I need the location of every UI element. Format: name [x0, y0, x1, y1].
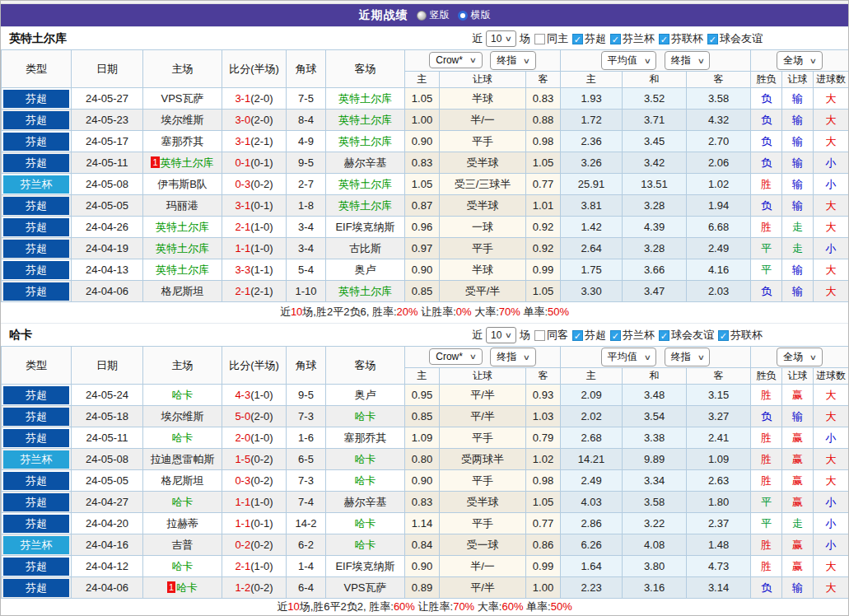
score-cell: 3-1(2-1) [222, 131, 287, 152]
checkbox-checked-icon[interactable]: ✓ [659, 34, 669, 44]
score-cell: 1-1(1-0) [222, 238, 287, 259]
league-badge: 芬超 [3, 197, 69, 215]
checkbox-checked-icon[interactable]: ✓ [610, 330, 621, 341]
home-odds-cell: 0.95 [405, 385, 440, 406]
league-filter-1[interactable]: ✓芬兰杯 [610, 31, 655, 46]
away-team-cell: 哈卡 [326, 449, 405, 470]
same-venue-filter[interactable]: 同客 [534, 328, 568, 343]
league-filter-0[interactable]: ✓芬超 [572, 31, 606, 46]
avg-home-cell: 2.23 [561, 577, 623, 599]
handicap-result-cell: 走 [782, 238, 814, 259]
checkbox-unchecked-icon[interactable] [534, 330, 545, 341]
home-odds-cell: 0.90 [405, 131, 440, 152]
bookmaker-select[interactable]: Crow* ∨ [429, 348, 482, 365]
handicap-cell: 平手 [440, 470, 526, 492]
fulltime-select[interactable]: 全场 ∨ [777, 348, 823, 366]
league-cell: 芬超 [2, 492, 72, 513]
league-cell: 芬超 [2, 556, 72, 577]
goals-result-cell: 大 [814, 88, 849, 110]
radio-horizontal-label: 横版 [471, 8, 491, 22]
bookmaker-ref-select[interactable]: 终指 ∨ [490, 51, 536, 70]
home-team-cell: 1英特土尔库 [143, 152, 222, 174]
home-odds-cell: 0.87 [405, 195, 440, 217]
score-cell: 4-3(1-0) [222, 385, 287, 406]
league-badge: 芬超 [3, 218, 69, 236]
same-venue-filter[interactable]: 同主 [534, 31, 568, 46]
goals-result-cell: 大 [814, 281, 849, 302]
score-cell: 2-1(1-0) [222, 556, 287, 577]
away-team-cell: EIF埃克纳斯 [326, 217, 405, 238]
fulltime-select[interactable]: 全场 ∨ [777, 51, 823, 70]
corner-cell: 6-2 [287, 534, 326, 556]
away-odds-cell: 1.05 [526, 492, 561, 513]
league-badge: 芬超 [3, 579, 69, 597]
corner-cell: 4-9 [287, 131, 326, 152]
chevron-down-icon: ∨ [643, 353, 651, 362]
away-odds-cell: 0.98 [526, 470, 561, 492]
same-venue-label: 同客 [547, 328, 568, 343]
date-cell: 24-05-17 [72, 131, 143, 152]
away-odds-cell: 0.99 [526, 556, 561, 577]
league-filter-2[interactable]: ✓芬联杯 [659, 31, 703, 46]
average-ref-select[interactable]: 终指 ∨ [665, 51, 711, 70]
away-team-cell: 哈卡 [326, 513, 405, 534]
league-cell: 芬超 [2, 406, 72, 427]
avg-draw-cell: 3.28 [623, 195, 687, 217]
away-odds-cell: 1.05 [526, 152, 561, 174]
avg-draw-cell: 3.34 [623, 470, 687, 492]
handicap-cell: 平/半 [440, 577, 526, 599]
avg-home-cell: 14.21 [561, 449, 623, 470]
away-odds-cell: 0.88 [526, 110, 561, 131]
chevron-down-icon: ∨ [523, 57, 530, 65]
near-count-select[interactable]: 10 ∨ [486, 30, 516, 47]
page-title: 近期战绩 [359, 8, 408, 23]
average-ref-select[interactable]: 终指 ∨ [665, 348, 711, 366]
checkbox-checked-icon[interactable]: ✓ [659, 330, 669, 341]
score-cell: 1-1(0-1) [222, 513, 287, 534]
radio-unselected-icon[interactable] [417, 11, 427, 21]
chevron-down-icon: ∨ [505, 35, 512, 43]
league-cell: 芬超 [2, 259, 72, 281]
average-select[interactable]: 平均值 ∨ [601, 348, 657, 366]
checkbox-checked-icon[interactable]: ✓ [572, 34, 583, 44]
bookmaker-ref-select[interactable]: 终指 ∨ [490, 348, 536, 366]
checkbox-checked-icon[interactable]: ✓ [572, 330, 583, 341]
radio-selected-icon[interactable] [458, 11, 468, 21]
league-cell: 芬超 [2, 88, 72, 110]
date-cell: 24-04-06 [72, 577, 143, 599]
away-odds-cell: 1.05 [526, 281, 561, 302]
league-filter-label: 球会友谊 [671, 328, 714, 343]
away-team-cell: 塞那乔其 [326, 427, 405, 449]
league-filter-3[interactable]: ✓芬联杯 [718, 328, 763, 343]
avg-draw-cell: 3.45 [623, 131, 687, 152]
date-cell: 24-05-23 [72, 110, 143, 131]
checkbox-checked-icon[interactable]: ✓ [707, 34, 718, 44]
near-count-select[interactable]: 10 ∨ [486, 327, 516, 343]
date-cell: 24-04-16 [72, 534, 143, 556]
checkbox-unchecked-icon[interactable] [534, 34, 545, 44]
avg-home-cell: 1.72 [561, 110, 623, 131]
radio-horizontal-layout[interactable]: 横版 [458, 8, 491, 22]
corner-cell: 7-4 [287, 492, 326, 513]
avg-away-cell: 3.14 [687, 577, 751, 599]
summary-text: 近10场,胜6平2负2, 胜率:60% 让胜率:70% 大率:60% 单率:50… [1, 599, 848, 615]
near-label: 近 [472, 328, 483, 343]
league-badge: 芬超 [3, 493, 69, 511]
avg-home-cell: 6.26 [561, 534, 623, 556]
match-row: 芬超24-05-27VPS瓦萨3-1(2-0)7-5英特土尔库1.05半球0.8… [2, 88, 849, 110]
avg-home-cell: 1.93 [561, 88, 623, 110]
radio-vertical-layout[interactable]: 竖版 [417, 8, 450, 22]
league-filter-2[interactable]: ✓球会友谊 [659, 328, 714, 343]
handicap-result-cell: 赢 [782, 449, 814, 470]
league-filter-0[interactable]: ✓芬超 [572, 328, 606, 343]
home-odds-cell: 0.84 [405, 534, 440, 556]
date-cell: 24-04-06 [72, 281, 143, 302]
checkbox-checked-icon[interactable]: ✓ [610, 34, 621, 44]
bookmaker-select[interactable]: Crow* ∨ [429, 52, 482, 68]
subcol-away-odds: 客 [526, 72, 561, 88]
league-filter-1[interactable]: ✓芬兰杯 [610, 328, 655, 343]
checkbox-checked-icon[interactable]: ✓ [718, 330, 729, 341]
average-select[interactable]: 平均值 ∨ [601, 51, 657, 70]
league-filter-3[interactable]: ✓球会友谊 [707, 31, 763, 46]
match-row: 芬超24-04-12哈卡2-1(1-0)1-4EIF埃克纳斯0.90半/一0.9… [2, 556, 849, 577]
